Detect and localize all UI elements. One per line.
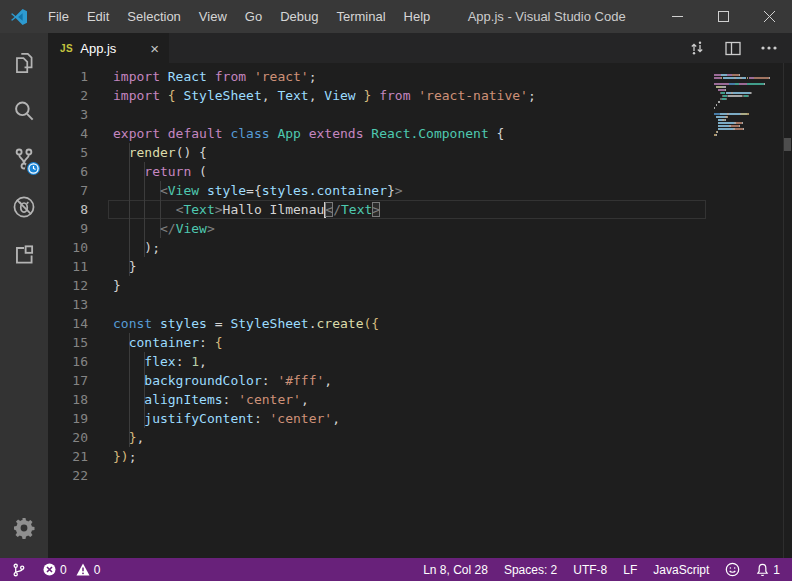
code-line-16[interactable]: 16 flex: 1, xyxy=(48,352,792,371)
clock-icon xyxy=(28,163,39,174)
line-number[interactable]: 20 xyxy=(48,428,88,447)
line-number[interactable]: 7 xyxy=(48,181,88,200)
line-number[interactable]: 10 xyxy=(48,238,88,257)
code-line-9[interactable]: 9 </View> xyxy=(48,219,792,238)
tab-bar: JS App.js × xyxy=(48,33,792,63)
line-number[interactable]: 8 xyxy=(48,200,88,219)
problems-indicator[interactable]: 0 0 xyxy=(43,563,100,577)
line-number[interactable]: 16 xyxy=(48,352,88,371)
window-controls xyxy=(654,0,792,33)
activity-bar xyxy=(0,33,48,558)
git-branch-icon xyxy=(12,563,25,577)
line-number[interactable]: 3 xyxy=(48,105,88,124)
tab-close-icon[interactable]: × xyxy=(150,41,159,56)
line-number[interactable]: 15 xyxy=(48,333,88,352)
code-lines: 1import React from 'react';2import { Sty… xyxy=(48,67,792,485)
line-number[interactable]: 12 xyxy=(48,276,88,295)
code-line-12[interactable]: 12} xyxy=(48,276,792,295)
feedback-smiley-icon[interactable] xyxy=(725,562,740,577)
maximize-button[interactable] xyxy=(700,0,746,33)
code-line-1[interactable]: 1import React from 'react'; xyxy=(48,67,792,86)
line-number[interactable]: 19 xyxy=(48,409,88,428)
source-control-icon[interactable] xyxy=(0,135,48,183)
menu-view[interactable]: View xyxy=(190,0,236,33)
menu-file[interactable]: File xyxy=(39,0,78,33)
code-line-3[interactable]: 3 xyxy=(48,105,792,124)
minimap-line xyxy=(714,106,772,108)
tab-label: App.js xyxy=(80,41,116,56)
minimap-line xyxy=(714,100,772,102)
editor-actions xyxy=(689,33,792,63)
more-actions-icon[interactable] xyxy=(761,46,777,50)
minimize-button[interactable] xyxy=(654,0,700,33)
line-number[interactable]: 18 xyxy=(48,390,88,409)
code-line-21[interactable]: 21}); xyxy=(48,447,792,466)
code-line-13[interactable]: 13 xyxy=(48,295,792,314)
line-number[interactable]: 11 xyxy=(48,257,88,276)
line-number[interactable]: 17 xyxy=(48,371,88,390)
minimap[interactable] xyxy=(714,67,772,133)
indentation-setting[interactable]: Spaces: 2 xyxy=(504,563,557,577)
split-editor-icon[interactable] xyxy=(725,41,741,56)
editor[interactable]: 1import React from 'react';2import { Sty… xyxy=(48,63,792,558)
vscode-window: FileEditSelectionViewGoDebugTerminalHelp… xyxy=(0,0,792,581)
code-line-19[interactable]: 19 justifyContent: 'center', xyxy=(48,409,792,428)
overview-cursor-marker xyxy=(784,138,791,151)
line-number[interactable]: 14 xyxy=(48,314,88,333)
debug-icon[interactable] xyxy=(0,183,48,231)
line-number[interactable]: 9 xyxy=(48,219,88,238)
vertical-scrollbar[interactable] xyxy=(783,63,792,558)
search-icon[interactable] xyxy=(0,87,48,135)
code-line-4[interactable]: 4export default class App extends React.… xyxy=(48,124,792,143)
code-line-20[interactable]: 20 }, xyxy=(48,428,792,447)
warning-icon xyxy=(76,563,90,576)
notifications-bell[interactable]: 1 xyxy=(756,563,780,577)
line-number[interactable]: 5 xyxy=(48,143,88,162)
settings-gear-icon[interactable] xyxy=(0,504,48,552)
status-bar-right: Ln 8, Col 28 Spaces: 2 UTF-8 LF JavaScri… xyxy=(407,562,780,577)
line-number[interactable]: 22 xyxy=(48,466,88,485)
code-line-8[interactable]: 8 <Text>Hallo Ilmenau</Text> xyxy=(48,200,792,219)
line-number[interactable]: 1 xyxy=(48,67,88,86)
code-line-2[interactable]: 2import { StyleSheet, Text, View } from … xyxy=(48,86,792,105)
bell-icon xyxy=(756,563,769,577)
code-line-17[interactable]: 17 backgroundColor: '#fff', xyxy=(48,371,792,390)
menu-debug[interactable]: Debug xyxy=(271,0,327,33)
menu-help[interactable]: Help xyxy=(395,0,440,33)
code-line-7[interactable]: 7 <View style={styles.container}> xyxy=(48,181,792,200)
extensions-icon[interactable] xyxy=(0,231,48,279)
code-line-6[interactable]: 6 return ( xyxy=(48,162,792,181)
line-number[interactable]: 4 xyxy=(48,124,88,143)
line-number[interactable]: 21 xyxy=(48,447,88,466)
menu-go[interactable]: Go xyxy=(236,0,271,33)
minimap-line xyxy=(714,103,772,105)
code-line-15[interactable]: 15 container: { xyxy=(48,333,792,352)
code-line-18[interactable]: 18 alignItems: 'center', xyxy=(48,390,792,409)
code-line-22[interactable]: 22 xyxy=(48,466,792,485)
language-mode[interactable]: JavaScript xyxy=(653,563,709,577)
scm-sync-badge xyxy=(25,160,42,177)
cursor-position[interactable]: Ln 8, Col 28 xyxy=(423,563,488,577)
line-number[interactable]: 6 xyxy=(48,162,88,181)
open-changes-icon[interactable] xyxy=(689,40,705,56)
code-line-14[interactable]: 14const styles = StyleSheet.create({ xyxy=(48,314,792,333)
error-icon xyxy=(43,563,56,576)
menu-selection[interactable]: Selection xyxy=(118,0,189,33)
line-number[interactable]: 2 xyxy=(48,86,88,105)
warning-count: 0 xyxy=(94,563,101,577)
encoding-setting[interactable]: UTF-8 xyxy=(573,563,607,577)
git-branch-indicator[interactable] xyxy=(12,563,25,577)
menu-edit[interactable]: Edit xyxy=(78,0,118,33)
line-number[interactable]: 13 xyxy=(48,295,88,314)
menu-terminal[interactable]: Terminal xyxy=(327,0,394,33)
code-line-5[interactable]: 5 render() { xyxy=(48,143,792,162)
tab-appjs[interactable]: JS App.js × xyxy=(48,33,169,63)
title-bar: FileEditSelectionViewGoDebugTerminalHelp… xyxy=(0,0,792,33)
eol-setting[interactable]: LF xyxy=(623,563,637,577)
minimap-line xyxy=(714,79,772,81)
code-line-11[interactable]: 11 } xyxy=(48,257,792,276)
code-line-10[interactable]: 10 ); xyxy=(48,238,792,257)
explorer-icon[interactable] xyxy=(0,39,48,87)
close-button[interactable] xyxy=(746,0,792,33)
minimap-line xyxy=(714,67,772,69)
